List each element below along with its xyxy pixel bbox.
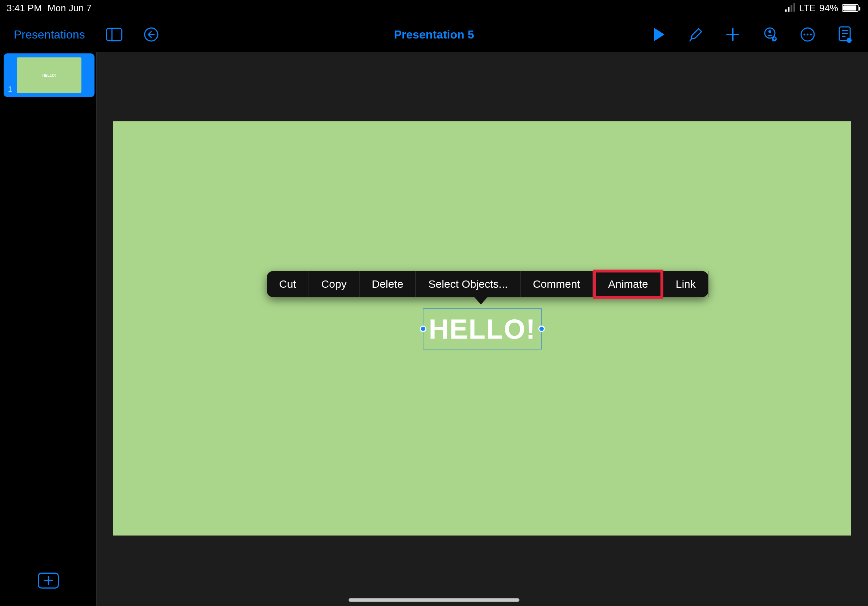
svg-point-12 (807, 34, 809, 36)
context-menu-arrow-icon (474, 297, 487, 305)
slide-thumbnail-preview: HELLO! (17, 57, 81, 93)
slide-canvas-area[interactable]: HELLO! Cut Copy Delete Select Objects...… (97, 52, 868, 606)
add-slide-button[interactable] (38, 573, 59, 589)
slide-thumbnail-1[interactable]: 1 HELLO! (4, 53, 95, 97)
svg-point-6 (769, 30, 771, 33)
undo-icon[interactable] (143, 26, 159, 43)
slide-thumbnail-text: HELLO! (42, 73, 56, 77)
context-menu-link[interactable]: Link (663, 271, 708, 297)
slide-canvas[interactable]: HELLO! Cut Copy Delete Select Objects...… (113, 121, 851, 535)
svg-point-13 (810, 34, 812, 36)
slide-navigator: 1 HELLO! (0, 52, 97, 606)
network-label: LTE (799, 3, 816, 14)
document-settings-icon[interactable] (837, 26, 852, 43)
context-menu-highlight: Animate (593, 270, 663, 298)
presentations-back-button[interactable]: Presentations (14, 28, 85, 42)
slide-number: 1 (8, 85, 12, 93)
collaborate-icon[interactable] (762, 26, 778, 43)
context-menu-copy[interactable]: Copy (309, 271, 360, 297)
selection-handle-right[interactable] (538, 326, 545, 332)
selection-handle-left[interactable] (420, 326, 426, 332)
svg-rect-0 (107, 28, 122, 41)
selected-text-box[interactable]: HELLO! (423, 308, 542, 349)
svg-point-18 (846, 38, 852, 43)
more-icon[interactable] (800, 26, 816, 43)
format-brush-icon[interactable] (688, 26, 704, 43)
context-menu-select-objects[interactable]: Select Objects... (416, 271, 520, 297)
battery-percent: 94% (819, 3, 838, 14)
sidebar-toggle-icon[interactable] (105, 27, 123, 42)
play-icon[interactable] (653, 27, 666, 42)
status-bar: 3:41 PM Mon Jun 7 LTE 94% (0, 0, 868, 16)
status-time: 3:41 PM (6, 3, 42, 14)
context-menu-animate[interactable]: Animate (596, 272, 660, 296)
toolbar: Presentations Presentation 5 (0, 18, 868, 51)
home-indicator[interactable] (349, 598, 519, 601)
add-icon[interactable] (725, 27, 740, 42)
context-menu-cut[interactable]: Cut (267, 271, 309, 297)
status-date: Mon Jun 7 (48, 3, 91, 14)
context-menu-delete[interactable]: Delete (360, 271, 416, 297)
text-box-content[interactable]: HELLO! (429, 313, 536, 345)
signal-icon (785, 5, 795, 12)
battery-icon (842, 4, 859, 12)
svg-point-11 (804, 34, 806, 36)
context-menu-comment[interactable]: Comment (521, 271, 593, 297)
context-menu: Cut Copy Delete Select Objects... Commen… (267, 271, 708, 297)
